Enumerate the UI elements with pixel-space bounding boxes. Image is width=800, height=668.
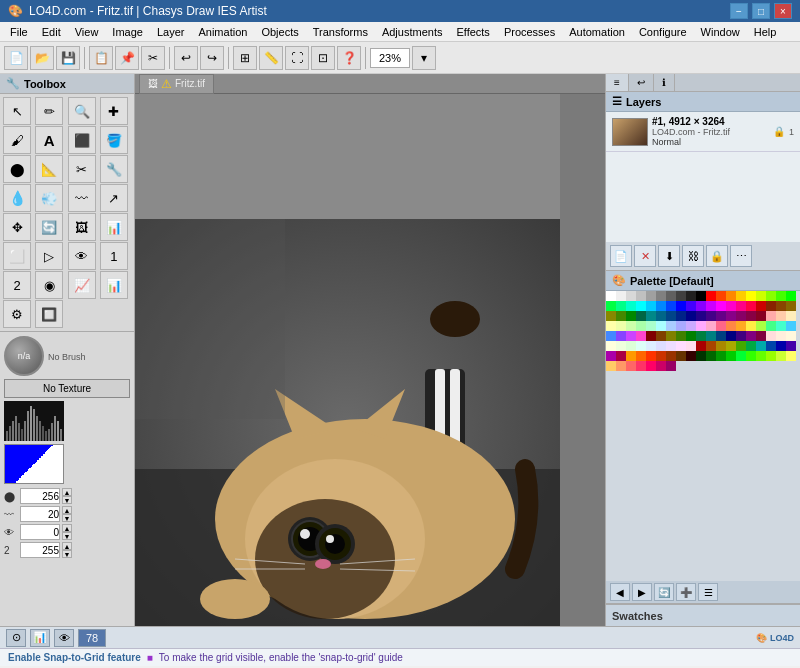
color-swatch-92[interactable] xyxy=(766,331,776,341)
spin-up-3[interactable]: ▲ xyxy=(62,524,72,532)
tool-chart[interactable]: 📊 xyxy=(100,213,128,241)
color-swatch-97[interactable] xyxy=(626,341,636,351)
toolbar-save[interactable]: 💾 xyxy=(56,46,80,70)
color-swatch-69[interactable] xyxy=(726,321,736,331)
color-swatch-27[interactable] xyxy=(686,301,696,311)
layer-new-button[interactable]: 📄 xyxy=(610,245,632,267)
color-swatch-90[interactable] xyxy=(746,331,756,341)
color-swatch-52[interactable] xyxy=(746,311,756,321)
color-swatch-35[interactable] xyxy=(766,301,776,311)
color-swatch-17[interactable] xyxy=(776,291,786,301)
color-swatch-62[interactable] xyxy=(656,321,666,331)
color-swatch-49[interactable] xyxy=(716,311,726,321)
tool-settings[interactable]: ⚙ xyxy=(3,300,31,328)
color-swatch-113[interactable] xyxy=(786,341,796,351)
tool-one[interactable]: 1 xyxy=(100,242,128,270)
layer-merge-button[interactable]: ⬇ xyxy=(658,245,680,267)
color-swatch-103[interactable] xyxy=(686,341,696,351)
color-swatch-91[interactable] xyxy=(756,331,766,341)
tool-dropper[interactable]: 💧 xyxy=(3,184,31,212)
color-swatch-96[interactable] xyxy=(616,341,626,351)
spin-down-2[interactable]: ▼ xyxy=(62,514,72,522)
color-swatch-130[interactable] xyxy=(766,351,776,361)
toolbar-redo[interactable]: ↪ xyxy=(200,46,224,70)
menu-image[interactable]: Image xyxy=(106,24,149,40)
color-swatch-16[interactable] xyxy=(766,291,776,301)
menu-edit[interactable]: Edit xyxy=(36,24,67,40)
toolbar-paste[interactable]: 📌 xyxy=(115,46,139,70)
color-swatch-126[interactable] xyxy=(726,351,736,361)
color-swatch-79[interactable] xyxy=(636,331,646,341)
color-swatch-102[interactable] xyxy=(676,341,686,351)
color-swatch-9[interactable] xyxy=(696,291,706,301)
toolbar-undo[interactable]: ↩ xyxy=(174,46,198,70)
color-swatch-120[interactable] xyxy=(666,351,676,361)
color-swatch-118[interactable] xyxy=(646,351,656,361)
color-swatch-132[interactable] xyxy=(786,351,796,361)
tool-eye[interactable]: 👁 xyxy=(68,242,96,270)
color-swatch-111[interactable] xyxy=(766,341,776,351)
color-swatch-78[interactable] xyxy=(626,331,636,341)
color-swatch-37[interactable] xyxy=(786,301,796,311)
color-swatch-48[interactable] xyxy=(706,311,716,321)
param-spin-4[interactable]: ▲ ▼ xyxy=(62,542,72,558)
tool-play[interactable]: ▷ xyxy=(35,242,63,270)
canvas-scroll[interactable] xyxy=(135,94,605,626)
spin-down-1[interactable]: ▼ xyxy=(62,496,72,504)
menu-view[interactable]: View xyxy=(69,24,105,40)
toolbar-open[interactable]: 📂 xyxy=(30,46,54,70)
color-swatch-32[interactable] xyxy=(736,301,746,311)
color-swatch-135[interactable] xyxy=(626,361,636,371)
tool-crop[interactable]: ✂ xyxy=(68,155,96,183)
param-input-3[interactable] xyxy=(20,524,60,540)
color-swatch-65[interactable] xyxy=(686,321,696,331)
color-swatch-58[interactable] xyxy=(616,321,626,331)
tool-rect2[interactable]: ⬜ xyxy=(3,242,31,270)
color-swatch-133[interactable] xyxy=(606,361,616,371)
palette-next-button[interactable]: ▶ xyxy=(632,583,652,601)
tool-rotate[interactable]: 🔄 xyxy=(35,213,63,241)
color-swatch-134[interactable] xyxy=(616,361,626,371)
bottom-icon-1[interactable]: ⊙ xyxy=(6,629,26,647)
menu-effects[interactable]: Effects xyxy=(450,24,495,40)
color-swatch-12[interactable] xyxy=(726,291,736,301)
color-swatch-98[interactable] xyxy=(636,341,646,351)
color-swatch-67[interactable] xyxy=(706,321,716,331)
color-swatch-22[interactable] xyxy=(636,301,646,311)
color-swatch-128[interactable] xyxy=(746,351,756,361)
color-swatch-8[interactable] xyxy=(686,291,696,301)
color-swatch-61[interactable] xyxy=(646,321,656,331)
toolbar-zoom-fit[interactable]: ⛶ xyxy=(285,46,309,70)
tool-brush[interactable]: 🖌 xyxy=(3,126,31,154)
color-swatch-23[interactable] xyxy=(646,301,656,311)
color-swatch-57[interactable] xyxy=(606,321,616,331)
color-swatch-36[interactable] xyxy=(776,301,786,311)
color-swatch-10[interactable] xyxy=(706,291,716,301)
menu-automation[interactable]: Automation xyxy=(563,24,631,40)
menu-window[interactable]: Window xyxy=(695,24,746,40)
layer-delete-button[interactable]: ✕ xyxy=(634,245,656,267)
palette-menu-button[interactable]: ☰ xyxy=(698,583,718,601)
color-swatch-87[interactable] xyxy=(716,331,726,341)
color-swatch-121[interactable] xyxy=(676,351,686,361)
zoom-dropdown[interactable]: ▾ xyxy=(412,46,436,70)
tool-move[interactable]: ✥ xyxy=(3,213,31,241)
color-swatch-64[interactable] xyxy=(676,321,686,331)
color-swatch-0[interactable] xyxy=(606,291,616,301)
color-swatch-50[interactable] xyxy=(726,311,736,321)
color-swatch-38[interactable] xyxy=(606,311,616,321)
tool-zoom[interactable]: 🔍 xyxy=(68,97,96,125)
color-swatch-13[interactable] xyxy=(736,291,746,301)
color-swatch-115[interactable] xyxy=(616,351,626,361)
color-swatch-95[interactable] xyxy=(606,341,616,351)
tool-ellipse[interactable]: ⬤ xyxy=(3,155,31,183)
menu-layer[interactable]: Layer xyxy=(151,24,191,40)
color-swatch-100[interactable] xyxy=(656,341,666,351)
spin-down-3[interactable]: ▼ xyxy=(62,532,72,540)
color-swatch-109[interactable] xyxy=(746,341,756,351)
color-swatch-72[interactable] xyxy=(756,321,766,331)
tool-add[interactable]: ✚ xyxy=(100,97,128,125)
color-swatch-4[interactable] xyxy=(646,291,656,301)
color-swatch-82[interactable] xyxy=(666,331,676,341)
color-swatch-34[interactable] xyxy=(756,301,766,311)
